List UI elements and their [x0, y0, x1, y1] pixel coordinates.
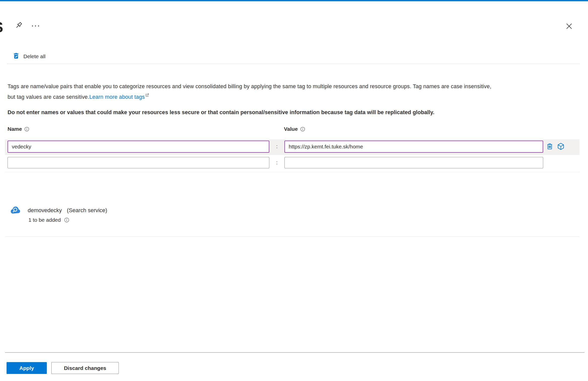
rows-divider [5, 172, 579, 172]
delete-all-icon [13, 52, 20, 61]
page-title-clipped: S [0, 19, 4, 35]
description-line1: Tags are name/value pairs that enable yo… [8, 83, 491, 89]
resource-cube-button[interactable] [555, 141, 566, 152]
close-icon [565, 22, 573, 31]
name-value-separator: : [274, 144, 279, 149]
top-accent-bar [0, 0, 588, 1]
learn-more-link[interactable]: Learn more about tags [89, 94, 145, 100]
cube-icon [557, 142, 565, 151]
discard-changes-button[interactable]: Discard changes [51, 362, 119, 374]
resource-name: demovedecky [28, 207, 62, 214]
resource-divider [5, 236, 579, 237]
pin-icon [14, 21, 23, 30]
tags-blade: S [0, 0, 588, 381]
apply-button[interactable]: Apply [7, 362, 47, 374]
delete-tag-button[interactable] [545, 142, 555, 152]
value-column-header: Value [284, 126, 305, 132]
tag-value-input[interactable] [284, 141, 543, 153]
security-warning: Do not enter names or values that could … [8, 108, 581, 117]
tags-description: Tags are name/value pairs that enable yo… [8, 82, 581, 102]
delete-all-button[interactable]: Delete all [10, 51, 48, 62]
delete-all-label: Delete all [23, 53, 46, 59]
resource-type: (Search service) [67, 207, 107, 214]
name-header-label: Name [8, 126, 22, 132]
toolbar-divider [7, 64, 580, 64]
ellipsis-icon [31, 24, 40, 28]
value-info-icon[interactable] [300, 127, 305, 132]
resource-item: demovedecky (Search service) [28, 207, 107, 214]
name-column-header: Name [8, 126, 29, 132]
value-header-label: Value [284, 126, 298, 132]
new-tag-value-input[interactable] [284, 157, 543, 168]
footer-divider [5, 352, 584, 353]
resource-status-row: 1 to be added [28, 217, 69, 223]
search-service-icon [10, 205, 22, 215]
page-title-fragment: S [0, 19, 3, 35]
name-info-icon[interactable] [24, 127, 29, 132]
description-line2: but tag values are case sensitive. [8, 94, 89, 100]
close-button[interactable] [563, 21, 575, 32]
tag-name-input[interactable] [8, 141, 269, 153]
name-value-separator: : [274, 160, 279, 166]
more-button[interactable] [30, 23, 41, 29]
resource-status: 1 to be added [28, 217, 61, 223]
status-info-icon[interactable] [64, 217, 69, 223]
pin-button[interactable] [13, 20, 24, 31]
new-tag-name-input[interactable] [8, 157, 269, 168]
trash-icon [546, 142, 554, 151]
external-link-icon [145, 91, 149, 100]
